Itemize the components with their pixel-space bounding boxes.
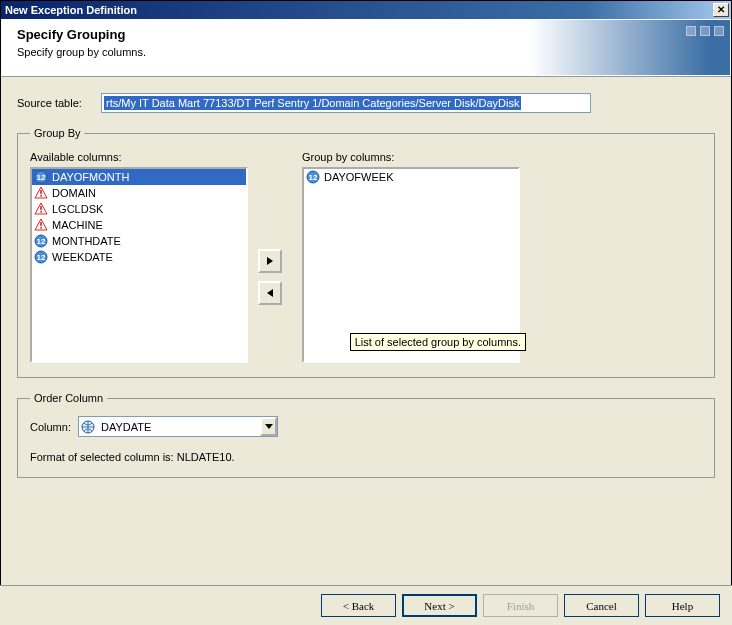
wizard-footer: < Back Next > Finish Cancel Help	[0, 585, 732, 625]
svg-marker-5	[267, 257, 273, 265]
globe-icon	[81, 420, 95, 434]
list-item-label: MONTHDATE	[52, 235, 121, 247]
next-button[interactable]: Next >	[402, 594, 477, 617]
order-column-value: DAYDATE	[99, 421, 260, 433]
list-item-label: MACHINE	[52, 219, 103, 231]
warning-icon	[34, 186, 48, 200]
warning-icon	[34, 218, 48, 232]
list-item-label: DOMAIN	[52, 187, 96, 199]
list-item-label: LGCLDSK	[52, 203, 103, 215]
order-column-legend: Order Column	[30, 392, 107, 404]
warning-icon	[34, 202, 48, 216]
list-item[interactable]: DAYOFWEEK	[304, 169, 518, 185]
svg-marker-8	[265, 424, 273, 429]
list-item[interactable]: DOMAIN	[32, 185, 246, 201]
numeric-icon	[34, 234, 48, 248]
pager-indicator	[686, 26, 724, 36]
banner-heading: Specify Grouping	[17, 27, 146, 42]
window-title: New Exception Definition	[5, 4, 713, 16]
numeric-icon	[34, 250, 48, 264]
svg-marker-6	[267, 289, 273, 297]
list-item[interactable]: DAYOFMONTH	[32, 169, 246, 185]
order-column-fieldset: Order Column Column: DAYDATE Format of s…	[17, 392, 715, 478]
close-button[interactable]: ✕	[713, 3, 729, 17]
titlebar: New Exception Definition ✕	[1, 1, 731, 19]
banner-subheading: Specify group by columns.	[17, 46, 146, 58]
wizard-banner: Specify Grouping Specify group by column…	[1, 19, 731, 77]
available-columns-label: Available columns:	[30, 151, 248, 163]
banner-gradient	[530, 20, 730, 75]
numeric-icon	[306, 170, 320, 184]
available-columns-list[interactable]: DAYOFMONTHDOMAINLGCLDSKMACHINEMONTHDATEW…	[30, 167, 248, 363]
order-format-line: Format of selected column is: NLDATE10.	[30, 451, 702, 463]
source-table-input[interactable]: rts/My IT Data Mart 77133/DT Perf Sentry…	[101, 93, 591, 113]
list-item[interactable]: MACHINE	[32, 217, 246, 233]
remove-column-button[interactable]	[258, 281, 282, 305]
order-column-label: Column:	[30, 421, 78, 433]
group-by-legend: Group By	[30, 127, 84, 139]
list-item[interactable]: WEEKDATE	[32, 249, 246, 265]
cancel-button[interactable]: Cancel	[564, 594, 639, 617]
list-item[interactable]: LGCLDSK	[32, 201, 246, 217]
list-item[interactable]: MONTHDATE	[32, 233, 246, 249]
source-table-value: rts/My IT Data Mart 77133/DT Perf Sentry…	[104, 96, 521, 110]
list-item-label: WEEKDATE	[52, 251, 113, 263]
chevron-down-icon	[260, 417, 277, 436]
list-item-label: DAYOFWEEK	[324, 171, 393, 183]
help-button[interactable]: Help	[645, 594, 720, 617]
finish-button: Finish	[483, 594, 558, 617]
numeric-icon	[34, 170, 48, 184]
groupby-tooltip: List of selected group by columns.	[350, 333, 526, 351]
source-table-label: Source table:	[17, 97, 101, 109]
groupby-columns-label: Group by columns:	[302, 151, 520, 163]
list-item-label: DAYOFMONTH	[52, 171, 129, 183]
group-by-fieldset: Group By Available columns: DAYOFMONTHDO…	[17, 127, 715, 378]
back-button[interactable]: < Back	[321, 594, 396, 617]
order-column-combo[interactable]: DAYDATE	[78, 416, 278, 437]
add-column-button[interactable]	[258, 249, 282, 273]
